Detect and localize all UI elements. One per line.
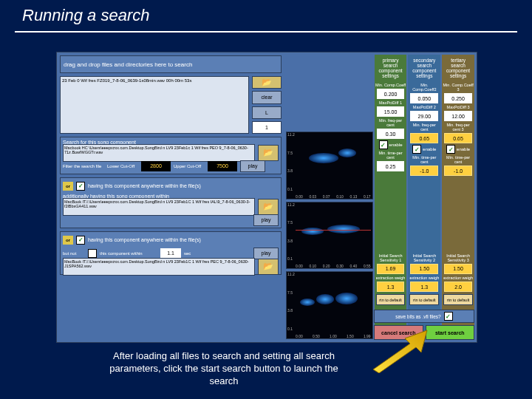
app-window: drag and drop files and directories here… — [56, 52, 477, 343]
component3-path[interactable]: MacBook IT.I.\Users\eeepxzxx.com.Desktop… — [63, 258, 255, 276]
play-button[interactable]: play — [240, 160, 265, 172]
col2-header: secondary search component settings — [408, 55, 440, 81]
folder-open-icon[interactable]: 📂 — [258, 199, 279, 215]
col1-header: primary search component settings — [375, 55, 407, 81]
min-compcoeff1[interactable]: 0.200 — [377, 89, 405, 99]
lower-cutoff-label: Lower Cut-Off — [107, 164, 138, 168]
initsens1[interactable]: 1.69 — [377, 264, 405, 274]
settings-col-secondary: secondary search component settings Min.… — [408, 55, 440, 340]
checkbox-icon[interactable]: ✓ — [76, 182, 85, 191]
col3-header: tertiary search component settings — [442, 55, 474, 81]
play-button[interactable]: play — [253, 214, 279, 226]
cancel-search-button[interactable]: cancel search — [374, 325, 423, 340]
clear-button[interactable]: clear — [252, 91, 282, 103]
save-bits-row: save bits as .vfi files? ✓ — [374, 310, 474, 323]
within-sec-field[interactable] — [160, 248, 181, 259]
upper-cutoff-label: Upper Cut-Off — [174, 164, 205, 168]
file-list-row: 23 Feb 0 Wif fres FZ019_7-8-06_0639-1s08… — [62, 78, 247, 83]
folder-open-icon[interactable]: 📂 — [258, 259, 279, 275]
initsens3[interactable]: 1.50 — [444, 264, 472, 274]
component3-havinglabel: having this component anywhere within th… — [88, 237, 279, 242]
maxpctdiff1[interactable]: 15.00 — [377, 106, 405, 117]
lower-cutoff-field[interactable] — [141, 161, 171, 171]
sec-label: sec — [184, 251, 196, 256]
initsens2[interactable]: 1.50 — [410, 264, 438, 274]
bottom-right-controls: save bits as .vfi files? ✓ cancel search… — [374, 310, 474, 340]
play-button[interactable]: play — [253, 248, 279, 259]
mintime2[interactable]: -1.0 — [410, 166, 438, 176]
component2-section: or ✓ having this component anywhere with… — [60, 177, 282, 228]
mintime1[interactable]: 0.25 — [377, 161, 405, 171]
folder-open-icon[interactable]: 📂 — [258, 145, 279, 161]
enable1-checkbox[interactable]: ✓ — [379, 140, 388, 149]
or-badge: or — [63, 236, 73, 245]
folder-open-icon[interactable]: 📂 — [252, 76, 282, 89]
butnot-label: but not — [63, 251, 85, 256]
upper-cutoff-field[interactable] — [208, 161, 237, 171]
dropzone[interactable]: drag and drop files and directories here… — [60, 55, 282, 73]
thiswithin-label: this component within — [100, 251, 157, 256]
component3-section: or ✓ having this component anywhere with… — [60, 231, 282, 275]
L-button[interactable]: L — [252, 106, 282, 119]
maxpctdiff3[interactable]: 12.00 — [444, 111, 472, 121]
spectrogram-pane: 11.27.53.80.1 0.000.030.070.100.130.17 1… — [284, 52, 375, 342]
file-side-buttons: 📂 clear L 1 — [252, 76, 282, 134]
or-badge: or — [63, 182, 73, 191]
checkbox-icon[interactable] — [88, 249, 97, 258]
enable3-checkbox[interactable]: ✓ — [446, 145, 455, 154]
caption-text: After loading all files to search and se… — [95, 350, 353, 388]
default3-button[interactable]: rtn to default — [443, 294, 473, 305]
extweight2[interactable]: 1.3 — [410, 282, 438, 292]
minfreq2[interactable]: 0.65 — [410, 133, 438, 143]
checkbox-icon[interactable]: ✓ — [76, 236, 85, 245]
component1-path[interactable]: Macbook HC \Users\eeepxzxx.com.Desktop.S… — [63, 144, 255, 162]
maxpctdiff2[interactable]: 29.00 — [410, 111, 438, 121]
settings-pane: primary search component settings Min. C… — [375, 52, 477, 342]
min-compcoeff3[interactable]: 0.250 — [444, 93, 472, 103]
enable2-checkbox[interactable]: ✓ — [412, 145, 421, 154]
component2-path[interactable]: MacBook IT.I.\Users\eeepxzxx.com.Desktop… — [63, 198, 255, 216]
spectrogram-2: 11.27.53.80.1 0.000.100.200.300.400.55 — [286, 202, 373, 270]
component2-havinglabel: having this component anywhere within th… — [88, 183, 279, 188]
slide-title: Running a search — [22, 6, 149, 25]
minfreq1[interactable]: 0.30 — [377, 129, 405, 139]
spectrogram-3: 11.27.53.80.1 0.000.501.001.501.99 — [286, 271, 373, 339]
settings-col-primary: primary search component settings Min. C… — [375, 55, 407, 340]
default2-button[interactable]: rtn to default — [409, 294, 439, 305]
mintime3[interactable]: -1.0 — [444, 166, 472, 176]
settings-col-tertiary: tertiary search component settings Min. … — [442, 55, 474, 340]
file-count-field[interactable]: 1 — [252, 121, 282, 134]
savebits-checkbox[interactable]: ✓ — [444, 312, 453, 321]
start-search-button[interactable]: start search — [426, 325, 475, 340]
filter-label: Filter the search file — [63, 164, 104, 168]
file-list[interactable]: 23 Feb 0 Wif fres FZ019_7-8-06_0639-1s08… — [60, 76, 249, 134]
extweight3[interactable]: 2.0 — [444, 282, 472, 292]
default1-button[interactable]: rtn to default — [376, 294, 406, 305]
file-area: 23 Feb 0 Wif fres FZ019_7-8-06_0639-1s08… — [60, 76, 282, 134]
extweight1[interactable]: 1.3 — [377, 282, 405, 292]
component1-section: Search for this song component Macbook H… — [60, 137, 282, 174]
left-pane: drag and drop files and directories here… — [57, 52, 284, 342]
title-rule — [15, 31, 517, 33]
min-compcoeff2[interactable]: 0.050 — [410, 93, 438, 103]
spectrogram-1: 11.27.53.80.1 0.000.030.070.100.130.17 — [286, 132, 373, 200]
minfreq3[interactable]: 0.65 — [444, 133, 472, 143]
